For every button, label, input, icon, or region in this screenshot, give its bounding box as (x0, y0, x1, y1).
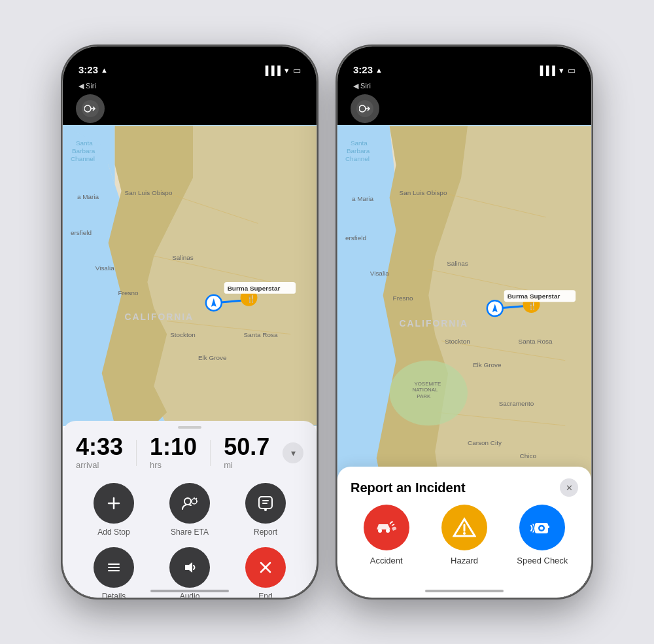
hrs-label: hrs (150, 460, 197, 470)
svg-text:Channel: Channel (345, 155, 370, 162)
back-button-2[interactable] (351, 94, 379, 123)
share-eta-button[interactable] (169, 483, 210, 524)
mi-stat: 50.7 mi (224, 435, 269, 470)
audio-button[interactable] (169, 547, 210, 588)
incident-grid: Accident Hazard (337, 505, 591, 579)
svg-text:CALIFORNIA: CALIFORNIA (400, 318, 469, 329)
notch-2 (415, 46, 513, 67)
battery-icon-2: ▭ (568, 65, 576, 75)
svg-text:Burma Superstar: Burma Superstar (508, 293, 560, 300)
svg-text:Visalia: Visalia (95, 264, 115, 272)
signal-icon-1: ▐▐▐ (262, 65, 281, 75)
drag-handle-1 (178, 426, 201, 429)
svg-text:Santa: Santa (351, 139, 368, 147)
svg-marker-39 (185, 562, 192, 573)
speed-check-button[interactable] (519, 505, 565, 550)
time-display-2: 3:23 (353, 64, 373, 75)
hrs-stat: 1:10 hrs (150, 435, 197, 470)
bottom-panel-1: 4:33 arrival 1:10 hrs 50.7 mi ▾ (63, 421, 317, 598)
details-button[interactable] (94, 547, 134, 588)
svg-text:Santa Rosa: Santa Rosa (519, 338, 553, 345)
phone-2: 3:23 ▲ ▐▐▐ ▾ ▭ ◀ Siri (337, 46, 592, 598)
svg-text:Barbara: Barbara (72, 147, 95, 154)
divider-2 (210, 440, 211, 466)
add-stop-button[interactable] (94, 483, 134, 524)
svg-text:Santa Rosa: Santa Rosa (244, 331, 278, 338)
svg-text:Barbara: Barbara (347, 147, 370, 154)
report-header: Report an Incident ✕ (337, 467, 591, 505)
share-eta-item[interactable]: Share ETA (152, 483, 228, 537)
location-arrow-1: ▲ (101, 66, 108, 74)
svg-text:Elk Grove: Elk Grove (473, 361, 502, 368)
report-button[interactable] (245, 483, 286, 524)
end-button[interactable] (245, 547, 286, 588)
svg-point-0 (84, 105, 91, 112)
speed-check-label: Speed Check (517, 556, 568, 565)
svg-text:Fresno: Fresno (393, 295, 413, 302)
arrival-value: 4:33 (76, 435, 123, 459)
report-title: Report an Incident (351, 480, 466, 495)
notch-1 (141, 46, 239, 67)
accident-button[interactable] (364, 505, 409, 550)
actions-grid-1: Add Stop Share E (63, 478, 317, 598)
report-item[interactable]: Report (228, 483, 303, 537)
details-item[interactable]: Details (76, 547, 152, 598)
svg-line-80 (390, 522, 393, 523)
location-arrow-2: ▲ (375, 66, 383, 74)
phone-1: 3:23 ▲ ▐▐▐ ▾ ▭ ◀ Siri (62, 46, 317, 598)
divider-1 (136, 440, 137, 466)
svg-text:Chico: Chico (520, 452, 537, 459)
screen-1: 3:23 ▲ ▐▐▐ ▾ ▭ ◀ Siri (63, 46, 317, 598)
report-panel-2: Report an Incident ✕ (337, 467, 591, 598)
map-area-2: YOSEMITE NATIONAL PARK Santa Barbara Cha… (337, 125, 591, 524)
svg-text:CALIFORNIA: CALIFORNIA (125, 312, 194, 322)
arrival-stat: 4:33 arrival (76, 435, 123, 470)
svg-text:Santa: Santa (76, 139, 93, 147)
close-report-button[interactable]: ✕ (560, 478, 578, 497)
back-icon-1 (82, 100, 99, 117)
share-eta-label: Share ETA (171, 528, 209, 537)
svg-line-31 (196, 498, 197, 499)
svg-text:Burma Superstar: Burma Superstar (228, 285, 281, 292)
siri-label-1: ◀ Siri (78, 82, 96, 90)
svg-point-42 (359, 105, 366, 112)
svg-text:Carson City: Carson City (468, 439, 502, 446)
back-area-1 (63, 92, 317, 125)
svg-text:Elk Grove: Elk Grove (198, 354, 227, 361)
speed-check-item[interactable]: Speed Check (507, 505, 578, 565)
svg-text:Fresno: Fresno (118, 289, 139, 296)
svg-text:Channel: Channel (71, 155, 95, 162)
details-label: Details (102, 592, 126, 598)
svg-text:Stockton: Stockton (445, 338, 470, 345)
svg-text:San Luis Obispo: San Luis Obispo (400, 189, 447, 196)
add-stop-item[interactable]: Add Stop (76, 483, 152, 537)
add-stop-label: Add Stop (97, 528, 129, 537)
expand-button[interactable]: ▾ (283, 442, 303, 463)
svg-point-35 (264, 509, 267, 511)
wifi-icon-1: ▾ (284, 65, 289, 75)
siri-bar-1: ◀ Siri (63, 79, 317, 92)
hrs-value: 1:10 (150, 435, 197, 459)
home-indicator-2 (425, 590, 504, 592)
mi-value: 50.7 (224, 435, 269, 459)
mi-label: mi (224, 460, 269, 470)
svg-point-86 (540, 527, 543, 530)
accident-item[interactable]: Accident (351, 505, 422, 565)
hazard-item[interactable]: Hazard (428, 505, 500, 565)
svg-text:a Maria: a Maria (352, 195, 374, 202)
back-button-1[interactable] (76, 94, 105, 123)
screen-2: 3:23 ▲ ▐▐▐ ▾ ▭ ◀ Siri (337, 46, 591, 598)
back-area-2 (337, 92, 591, 125)
status-icons-2: ▐▐▐ ▾ ▭ (537, 65, 576, 75)
end-item[interactable]: End (228, 547, 303, 598)
svg-text:NATIONAL: NATIONAL (412, 387, 438, 393)
svg-text:YOSEMITE: YOSEMITE (414, 381, 441, 387)
status-time-2: 3:23 ▲ (353, 64, 383, 75)
arrival-label: arrival (76, 460, 123, 470)
svg-text:ersfield: ersfield (345, 234, 366, 241)
svg-text:🍴: 🍴 (247, 294, 256, 303)
hazard-button[interactable] (441, 505, 487, 550)
svg-text:Stockton: Stockton (170, 331, 196, 338)
svg-point-77 (386, 529, 390, 533)
svg-text:a Maria: a Maria (77, 193, 99, 200)
